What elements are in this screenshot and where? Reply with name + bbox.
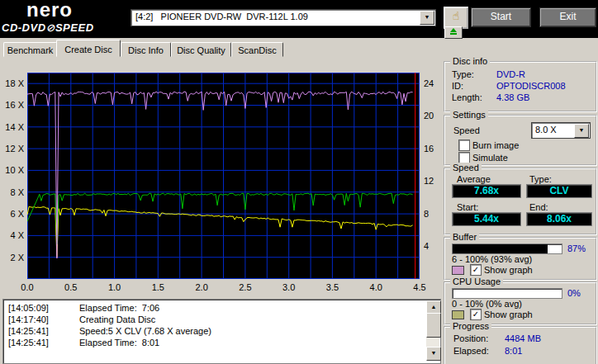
toolbar: nero CD-DVD⊘SPEED [4:2] PIONEER DVD-RW D… (0, 0, 598, 38)
disc-length-label: Length: (452, 92, 482, 102)
disc-id-label: ID: (452, 81, 463, 91)
start-button[interactable]: Start (471, 7, 531, 27)
tab-create-disc[interactable]: Create Disc (56, 40, 121, 57)
drive-selector-value: [4:2] PIONEER DVD-RW DVR-112L 1.09 (135, 12, 308, 21)
logo-sub-text: CD-DVD⊘SPEED (2, 21, 94, 34)
disc-info-group: Disc info Type: DVD-R ID: OPTODISCR008 L… (444, 61, 597, 112)
elapsed-value: 8:01 (505, 346, 522, 356)
x-axis-tick: 3.0 (280, 282, 298, 292)
y-axis-right-tick: 20 (424, 111, 442, 121)
disc-id-value: OPTODISCR008 (496, 81, 566, 91)
average-value-lcd: 7.68x (452, 184, 521, 198)
cpu-graph-swatch (452, 310, 464, 319)
elapsed-label: Elapsed: (453, 346, 489, 356)
buffer-level-line (27, 92, 413, 258)
x-axis-tick: 0.0 (18, 282, 36, 292)
disc-type-label: Type: (452, 69, 474, 79)
up-arrow-icon: ▲ (431, 304, 437, 310)
y-axis-right-tick: 24 (424, 78, 442, 88)
y-axis-left-tick: 10 X (2, 165, 24, 175)
speed-select-label: Speed (453, 125, 480, 135)
x-axis-tick: 4.0 (367, 282, 385, 292)
simulate-checkbox[interactable] (458, 152, 470, 163)
buffer-graph-swatch (452, 266, 464, 275)
scroll-down-button[interactable]: ▼ (426, 347, 441, 361)
speed-select[interactable]: 8.0 X ▼ (531, 122, 591, 139)
speed-stats-legend: Speed (450, 163, 482, 173)
disc-type-value: DVD-R (496, 69, 525, 79)
chart-area: 18 X16 X14 X12 X10 X8 X6 X4 X2 X24201612… (0, 58, 441, 299)
pointer-tool-button[interactable]: ☝ (444, 7, 468, 29)
y-axis-left-tick: 2 X (2, 253, 24, 262)
y-axis-left-tick: 8 X (2, 187, 24, 197)
x-axis-tick: 2.0 (192, 282, 211, 292)
tab-disc-quality[interactable]: Disc Quality (171, 42, 231, 57)
buffer-show-graph-label: Show graph (484, 265, 533, 275)
y-axis-right-tick: 8 (424, 209, 442, 219)
log-box: [14:05:09]Elapsed Time: 7:06 [14:17:40]C… (2, 299, 441, 364)
simulate-label: Simulate (472, 153, 508, 163)
x-axis-tick: 1.5 (149, 282, 167, 292)
buffer-group: Buffer 87% 6 - 100% (93% avg) ✓ Show gra… (444, 237, 597, 281)
start-value-lcd: 5.44x (452, 212, 521, 226)
log-line: [14:25:41]Speed:5 X CLV (7.68 X average) (8, 326, 211, 336)
y-axis-left-tick: 14 X (2, 122, 24, 132)
type-label: Type: (529, 174, 552, 184)
nero-cd-dvd-speed-window: nero CD-DVD⊘SPEED [4:2] PIONEER DVD-RW D… (0, 0, 598, 364)
y-axis-left-tick: 18 X (2, 78, 24, 88)
tab-scandisc[interactable]: ScanDisc (231, 42, 283, 57)
progress-group: Progress Position: 4484 MB Elapsed: 8:01 (444, 326, 597, 364)
y-axis-right-tick: 16 (424, 144, 442, 154)
burn-image-label: Burn image (472, 140, 519, 150)
x-axis-tick: 3.5 (323, 282, 341, 292)
log-scrollbar[interactable]: ▲ ▼ (426, 300, 439, 361)
write-speed-line (27, 193, 413, 244)
x-axis-tick: 4.5 (411, 282, 429, 292)
chevron-down-icon[interactable]: ▼ (574, 124, 589, 138)
logo-main-text: nero (26, 0, 73, 21)
cpu-group: CPU Usage 0% 0 - 10% (0% avg) ✓ Show gra… (444, 281, 597, 325)
scroll-thumb[interactable] (426, 313, 441, 338)
pointing-hand-icon: ☝ (453, 9, 460, 22)
cpu-show-graph-label: Show graph (484, 310, 533, 319)
y-axis-left-tick: 6 X (2, 209, 24, 219)
x-axis-tick: 1.0 (106, 282, 124, 292)
buffer-range: 6 - 100% (93% avg) (452, 254, 532, 264)
y-axis-left-tick: 16 X (2, 100, 24, 110)
end-value-lcd: 8.06x (526, 212, 592, 226)
settings-legend: Settings (450, 110, 488, 120)
log-line: [14:17:40]Creating Data Disc (8, 314, 155, 324)
buffer-bar-fill (453, 244, 548, 253)
cpu-bar (452, 288, 562, 299)
y-axis-right-tick: 12 (424, 176, 442, 186)
start-label: Start: (457, 202, 478, 212)
speed-select-value: 8.0 X (535, 125, 557, 135)
cpu-percent: 0% (567, 288, 581, 298)
log-line: [14:25:41]Elapsed Time: 8:01 (8, 338, 159, 347)
y-axis-left-tick: 12 X (2, 144, 24, 154)
disc-info-legend: Disc info (450, 56, 490, 66)
y-axis-right-tick: 4 (424, 241, 442, 251)
x-axis-tick: 2.5 (236, 282, 254, 292)
cpu-range: 0 - 10% (0% avg) (452, 299, 522, 309)
buffer-show-graph-checkbox[interactable]: ✓ (470, 264, 482, 276)
tab-disc-info[interactable]: Disc Info (121, 42, 171, 57)
buffer-percent: 87% (567, 243, 586, 253)
disc-length-value: 4.38 GB (496, 92, 529, 102)
cpu-show-graph-checkbox[interactable]: ✓ (470, 309, 482, 320)
buffer-bar (452, 243, 562, 254)
progress-legend: Progress (450, 321, 491, 331)
drive-selector[interactable]: [4:2] PIONEER DVD-RW DVR-112L 1.09 ▼ (131, 9, 436, 26)
log-line: [14:05:09]Elapsed Time: 7:06 (8, 303, 159, 313)
eject-button[interactable] (444, 26, 463, 39)
position-label: Position: (453, 333, 488, 343)
cpu-legend: CPU Usage (450, 277, 503, 286)
chevron-down-icon[interactable]: ▼ (420, 11, 434, 25)
x-axis-tick: 0.5 (62, 282, 80, 292)
settings-group: Settings Speed 8.0 X ▼ Burn image Simula… (444, 115, 597, 166)
exit-button[interactable]: Exit (539, 7, 596, 27)
type-value-lcd: CLV (526, 184, 592, 198)
speed-stats-group: Speed Average Type: 7.68x CLV Start: End… (444, 168, 597, 235)
burn-image-checkbox[interactable] (458, 139, 470, 151)
tab-benchmark[interactable]: Benchmark (3, 42, 57, 57)
